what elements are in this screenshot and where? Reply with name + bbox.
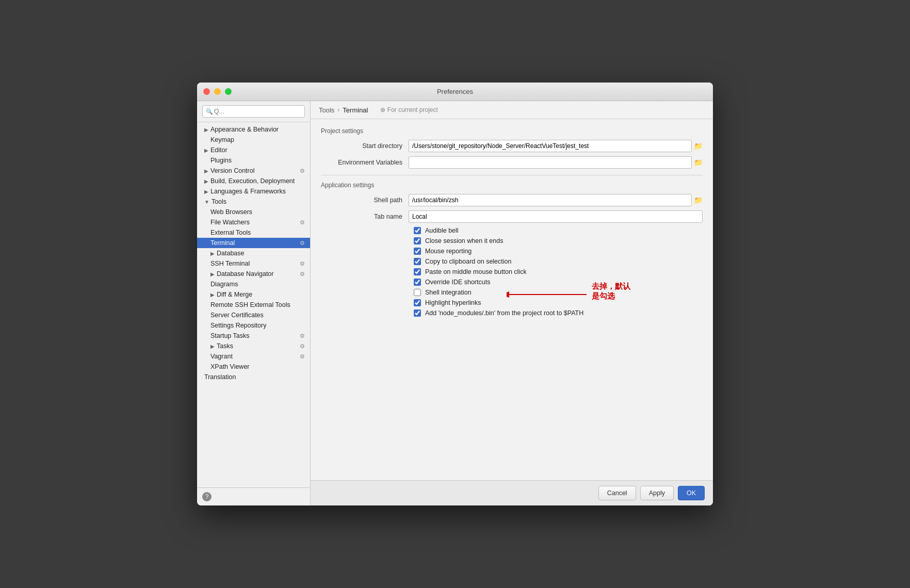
sidebar-item-appearance-behavior[interactable]: ▶ Appearance & Behavior	[197, 124, 310, 135]
close-session-row: Close session when it ends	[321, 237, 703, 244]
sidebar-item-web-browsers[interactable]: Web Browsers	[197, 207, 310, 217]
env-variables-input[interactable]	[409, 156, 692, 169]
start-directory-input[interactable]	[409, 140, 692, 152]
settings-icon: ⚙	[300, 168, 305, 174]
settings-icon: ⚙	[300, 353, 305, 360]
sidebar-item-settings-repository[interactable]: Settings Repository	[197, 320, 310, 331]
application-settings-label: Application settings	[321, 182, 703, 189]
search-input[interactable]	[202, 105, 305, 118]
footer: Cancel Apply OK	[311, 480, 713, 505]
paste-middle-checkbox[interactable]	[414, 268, 421, 275]
override-ide-checkbox[interactable]	[414, 279, 421, 286]
sidebar-item-languages-frameworks[interactable]: ▶ Languages & Frameworks	[197, 186, 310, 197]
tab-bar: ⊕ For current project	[377, 105, 441, 115]
maximize-button[interactable]	[225, 88, 232, 95]
sidebar-item-tasks[interactable]: ▶ Tasks ⚙	[197, 341, 310, 351]
sidebar-item-build-execution[interactable]: ▶ Build, Execution, Deployment	[197, 176, 310, 186]
add-node-modules-row: Add 'node_modules/.bin' from the project…	[321, 309, 703, 317]
sidebar-item-label: Startup Tasks	[210, 332, 250, 339]
sidebar-item-diff-merge[interactable]: ▶ Diff & Merge	[197, 289, 310, 300]
copy-clipboard-row: Copy to clipboard on selection	[321, 258, 703, 265]
expand-arrow: ▶	[210, 251, 215, 256]
audible-bell-row: Audible bell	[321, 227, 703, 234]
sidebar-item-remote-ssh[interactable]: Remote SSH External Tools	[197, 300, 310, 310]
highlight-hyperlinks-checkbox[interactable]	[414, 299, 421, 306]
apply-button[interactable]: Apply	[640, 486, 674, 500]
annotation-arrow	[507, 290, 589, 299]
sidebar-item-version-control[interactable]: ▶ Version Control ⚙	[197, 166, 310, 176]
cancel-button[interactable]: Cancel	[598, 486, 636, 500]
mouse-reporting-label: Mouse reporting	[425, 248, 472, 255]
sidebar-item-vagrant[interactable]: Vagrant ⚙	[197, 351, 310, 362]
tab-name-input[interactable]	[409, 210, 703, 223]
sidebar-item-tools[interactable]: ▼ Tools	[197, 197, 310, 207]
add-node-modules-checkbox[interactable]	[414, 309, 421, 317]
add-node-modules-label: Add 'node_modules/.bin' from the project…	[425, 309, 583, 317]
sidebar-item-label: Tasks	[217, 342, 233, 350]
expand-arrow: ▶	[210, 344, 215, 349]
folder-icon[interactable]: 📁	[694, 196, 703, 204]
sidebar-item-database[interactable]: ▶ Database	[197, 248, 310, 258]
settings-icon: ⚙	[300, 240, 305, 247]
sidebar-item-external-tools[interactable]: External Tools	[197, 227, 310, 238]
tab-for-current-project[interactable]: ⊕ For current project	[377, 105, 441, 115]
shell-integration-row: Shell integration 去掉，默认是勾选	[321, 289, 703, 296]
ok-button[interactable]: OK	[678, 486, 705, 500]
sidebar-item-label: Terminal	[210, 239, 235, 247]
window-controls	[203, 88, 232, 95]
sidebar-item-diagrams[interactable]: Diagrams	[197, 279, 310, 289]
sidebar-item-ssh-terminal[interactable]: SSH Terminal ⚙	[197, 258, 310, 269]
sidebar-item-label: File Watchers	[210, 219, 250, 226]
sidebar-item-database-navigator[interactable]: ▶ Database Navigator ⚙	[197, 269, 310, 279]
minimize-button[interactable]	[214, 88, 221, 95]
sidebar-item-label: Database	[217, 250, 245, 257]
close-button[interactable]	[203, 88, 210, 95]
settings-icon: ⚙	[300, 343, 305, 350]
sidebar-item-server-certificates[interactable]: Server Certificates	[197, 310, 310, 320]
sidebar-item-label: Web Browsers	[210, 208, 252, 216]
override-ide-row: Override IDE shortcuts	[321, 279, 703, 286]
help-button[interactable]: ?	[202, 492, 212, 501]
expand-arrow: ▶	[204, 148, 208, 153]
sidebar-item-label: Server Certificates	[210, 312, 264, 319]
search-icon: 🔍	[206, 108, 213, 115]
sidebar-item-label: Database Navigator	[217, 270, 273, 277]
paste-middle-row: Paste on middle mouse button click	[321, 268, 703, 275]
sidebar-item-label: Remote SSH External Tools	[210, 301, 290, 308]
mouse-reporting-checkbox[interactable]	[414, 248, 421, 255]
breadcrumb-separator: ›	[337, 106, 339, 113]
audible-bell-label: Audible bell	[425, 227, 459, 234]
start-directory-row: Start directory 📁	[321, 140, 703, 152]
folder-icon[interactable]: 📁	[694, 158, 703, 167]
copy-clipboard-checkbox[interactable]	[414, 258, 421, 265]
paste-middle-label: Paste on middle mouse button click	[425, 268, 527, 275]
audible-bell-checkbox[interactable]	[414, 227, 421, 234]
sidebar-item-keymap[interactable]: Keymap	[197, 135, 310, 145]
shell-path-input-wrapper: 📁	[409, 194, 703, 206]
settings-icon: ⚙	[300, 333, 305, 339]
sidebar-item-translation[interactable]: Translation	[197, 372, 310, 382]
sidebar-item-file-watchers[interactable]: File Watchers ⚙	[197, 217, 310, 227]
sidebar-item-label: External Tools	[210, 229, 251, 236]
sidebar-item-label: Diff & Merge	[217, 291, 252, 298]
sidebar-item-xpath-viewer[interactable]: XPath Viewer	[197, 362, 310, 372]
start-directory-input-wrapper: 📁	[409, 140, 703, 152]
close-session-label: Close session when it ends	[425, 237, 503, 244]
shell-integration-checkbox[interactable]	[414, 289, 421, 296]
settings-content: Project settings Start directory 📁 Envir…	[311, 119, 713, 480]
folder-icon[interactable]: 📁	[694, 142, 703, 150]
main-content-area: 🔍 ▶ Appearance & Behavior Keymap ▶ Edito…	[197, 101, 713, 505]
sidebar-item-plugins[interactable]: Plugins	[197, 155, 310, 166]
sidebar-item-startup-tasks[interactable]: Startup Tasks ⚙	[197, 331, 310, 341]
sidebar-footer: ?	[197, 487, 310, 505]
env-variables-label: Environment Variables	[321, 159, 409, 166]
sidebar-item-terminal[interactable]: Terminal ⚙	[197, 238, 310, 248]
expand-arrow: ▼	[204, 199, 209, 205]
tab-name-row: Tab name	[321, 210, 703, 223]
env-variables-row: Environment Variables 📁	[321, 156, 703, 169]
shell-path-input[interactable]	[409, 194, 692, 206]
sidebar-item-editor[interactable]: ▶ Editor	[197, 145, 310, 155]
search-box: 🔍	[197, 101, 310, 122]
close-session-checkbox[interactable]	[414, 237, 421, 244]
sidebar-item-label: Settings Repository	[210, 322, 266, 329]
